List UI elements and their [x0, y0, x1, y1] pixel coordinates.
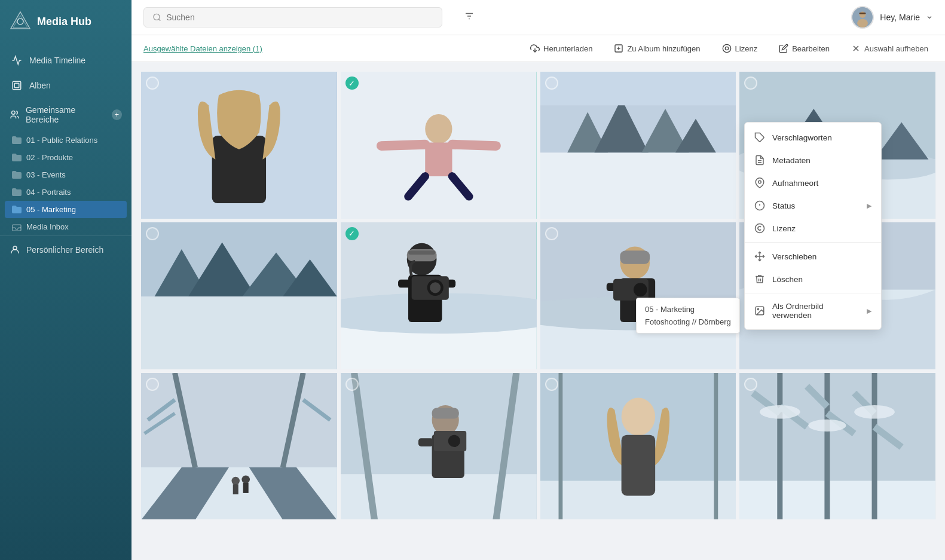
svg-point-5 — [12, 111, 16, 115]
add-to-album-button[interactable]: Zu Album hinzufügen — [609, 41, 705, 56]
selected-files-link[interactable]: Ausgewählte Dateien anzeigen (1) — [143, 44, 262, 53]
ctx-status[interactable]: Status ▶ — [745, 194, 881, 217]
select-3[interactable] — [545, 76, 558, 90]
personal-section[interactable]: Persönlicher Bereich — [0, 235, 131, 264]
download-icon — [530, 44, 540, 53]
svg-rect-96 — [432, 408, 458, 418]
svg-point-14 — [860, 11, 866, 18]
photo-cell-6[interactable]: ✓ — [341, 222, 537, 369]
metadaten-label: Metadaten — [772, 156, 811, 165]
photo-cell-9[interactable] — [141, 373, 337, 520]
app-title: Media Hub — [37, 16, 91, 28]
ctx-verschlagworten[interactable]: Verschlagworten — [745, 126, 881, 149]
svg-point-22 — [725, 47, 728, 50]
shared-section-header[interactable]: Gemeinsame Bereiche + — [0, 98, 131, 131]
ctx-divider-2 — [745, 293, 881, 293]
select-6[interactable]: ✓ — [345, 227, 359, 240]
sidebar-item-albums[interactable]: Alben — [0, 73, 131, 98]
ctx-metadaten[interactable]: Metadaten — [745, 149, 881, 172]
svg-rect-98 — [418, 438, 433, 446]
folder-item-01[interactable]: 01 - Public Relations — [5, 131, 127, 149]
status-arrow: ▶ — [867, 202, 871, 210]
svg-rect-16 — [860, 13, 866, 14]
license-button[interactable]: Lizenz — [717, 41, 763, 56]
photo-content-1 — [141, 72, 337, 219]
edit-label: Bearbeiten — [792, 44, 830, 53]
photo-grid-area: ✓ — [131, 62, 945, 560]
svg-point-124 — [759, 180, 761, 183]
photo-inner-12 — [739, 373, 935, 520]
deselect-button[interactable]: Auswahl aufheben — [846, 41, 933, 56]
ctx-aufnahmeort[interactable]: Aufnahmeort — [745, 172, 881, 194]
folder-04-label: 04 - Portraits — [26, 188, 71, 197]
svg-rect-36 — [540, 152, 736, 218]
svg-rect-90 — [243, 483, 249, 493]
folder-05-label: 05 - Marketing — [26, 205, 76, 214]
close-icon — [851, 44, 861, 53]
download-button[interactable]: Herunterladen — [525, 41, 597, 56]
photo-content-10 — [341, 373, 537, 520]
photo-cell-12[interactable] — [739, 373, 935, 520]
photo-cell-11[interactable] — [540, 373, 736, 520]
folder-item-04[interactable]: 04 - Portraits — [5, 183, 127, 201]
ctx-verschieben[interactable]: Verschieben — [745, 245, 881, 268]
copyright-icon — [754, 223, 765, 234]
photo-cell-7[interactable] — [540, 222, 736, 369]
photo-cell-1[interactable] — [141, 72, 337, 219]
sidebar: Media Hub Media Timeline Alben Gemeinsam… — [0, 0, 131, 560]
svg-point-100 — [448, 434, 460, 446]
select-10[interactable] — [345, 378, 359, 391]
trash-icon — [754, 274, 765, 284]
photo-cell-5[interactable] — [141, 222, 337, 369]
folder-01-label: 01 - Public Relations — [26, 136, 97, 145]
photo-content-2 — [341, 72, 537, 219]
app-logo: Media Hub — [0, 0, 131, 43]
filter-button[interactable] — [459, 6, 479, 29]
avatar-svg — [852, 6, 873, 29]
folder-item-05[interactable]: 05 - Marketing — [5, 201, 127, 218]
select-9[interactable] — [146, 378, 159, 391]
photo-content-3 — [540, 72, 736, 219]
svg-rect-106 — [621, 434, 655, 495]
move-icon — [754, 251, 765, 262]
select-11[interactable] — [545, 378, 558, 391]
sidebar-item-timeline[interactable]: Media Timeline — [0, 48, 131, 73]
folder-item-03[interactable]: 03 - Events — [5, 166, 127, 183]
ordnerbild-arrow: ▶ — [867, 307, 871, 315]
svg-point-21 — [723, 44, 730, 52]
deselect-label: Auswahl aufheben — [864, 44, 928, 53]
search-icon — [152, 13, 161, 22]
svg-line-32 — [452, 145, 496, 146]
photo-cell-10[interactable] — [341, 373, 537, 520]
svg-rect-108 — [739, 481, 935, 519]
select-5[interactable] — [146, 227, 159, 240]
folder-04-icon — [12, 188, 22, 196]
folder-item-inbox[interactable]: Media Inbox — [5, 218, 127, 235]
select-2[interactable]: ✓ — [345, 76, 359, 90]
folder-list: 01 - Public Relations 02 - Produkte 03 -… — [0, 131, 131, 235]
photo-inner-10 — [341, 373, 537, 520]
add-shared-button[interactable]: + — [112, 109, 122, 120]
search-input[interactable] — [166, 13, 433, 22]
folder-02-icon — [12, 154, 22, 161]
select-7[interactable] — [545, 227, 558, 240]
svg-point-8 — [154, 14, 160, 20]
ctx-loeschen[interactable]: Löschen — [745, 268, 881, 290]
main-content: Hey, Marie Ausgewählte Dateien anzeigen … — [131, 0, 945, 560]
select-12[interactable] — [744, 378, 757, 391]
edit-button[interactable]: Bearbeiten — [774, 41, 834, 56]
svg-point-2 — [17, 19, 23, 25]
svg-point-66 — [430, 282, 441, 293]
select-1[interactable] — [146, 76, 159, 90]
ctx-ordnerbild[interactable]: Als Ordnerbild verwenden ▶ — [745, 296, 881, 326]
ctx-lizenz[interactable]: Lizenz — [745, 217, 881, 240]
photo-cell-3[interactable] — [540, 72, 736, 219]
photo-cell-2[interactable]: ✓ — [341, 72, 537, 219]
user-area[interactable]: Hey, Marie — [851, 6, 933, 29]
search-box[interactable] — [143, 7, 442, 27]
license-label: Lizenz — [735, 44, 758, 53]
albums-icon — [11, 80, 22, 91]
add-album-icon — [614, 44, 623, 53]
folder-item-02[interactable]: 02 - Produkte — [5, 149, 127, 166]
logo-icon — [10, 11, 31, 32]
